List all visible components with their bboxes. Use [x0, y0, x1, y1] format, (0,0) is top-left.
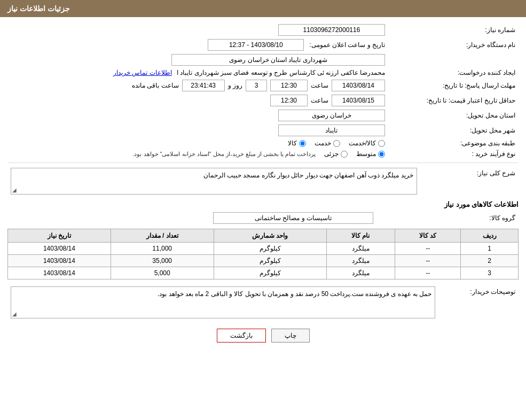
process-medium-radio[interactable]	[378, 151, 385, 158]
separator-1	[7, 162, 519, 163]
deadline-remaining-label: ساعت باقی مانده	[132, 82, 179, 89]
cell-0-2: میلگرد	[326, 243, 395, 255]
description-section: شرح کلی نیاز: خرید میلگرد ذوب آهن اصفهان…	[7, 166, 519, 196]
col-header-5: تاریخ نیاز	[8, 229, 111, 243]
cell-2-3: کیلوگرم	[214, 267, 326, 279]
goods-table: ردیفکد کالانام کالاواحد شمارشتعداد / مقد…	[7, 229, 519, 279]
cell-1-5: 1403/08/14	[8, 255, 111, 267]
creator-label: ایجاد کننده درخواست:	[388, 67, 519, 78]
process-medium-option[interactable]: متوسط	[356, 150, 385, 158]
buyer-notes-label: توصیحات خریدار:	[438, 285, 519, 320]
process-label: نوع فرآیند خرید :	[388, 149, 519, 159]
col-header-1: کد کالا	[395, 229, 460, 243]
city-value: تایباد	[278, 125, 385, 136]
goods-group-cell: تاسیسات و مصالح ساختمانی	[7, 211, 376, 225]
cell-1-2: میلگرد	[326, 255, 395, 267]
buyer-notes-resize-icon: ◢	[12, 311, 17, 317]
category-service-option[interactable]: خدمت	[315, 139, 340, 147]
cell-2-2: میلگرد	[326, 267, 395, 279]
table-row: 3--میلگردکیلوگرم5,0001403/08/14	[8, 267, 519, 279]
page-header: جزئیات اطلاعات نیاز	[0, 0, 526, 17]
print-button[interactable]: چاپ	[271, 329, 310, 343]
price-validity-time: 12:30	[270, 95, 308, 106]
deadline-date: 1403/08/14	[332, 80, 385, 91]
deadline-cell: 1403/08/14 ساعت 12:30 3 روز و 23:41:43 س…	[7, 78, 388, 93]
cell-1-0: 2	[461, 255, 519, 267]
col-header-3: واحد شمارش	[214, 229, 326, 243]
buyer-notes-section: توصیحات خریدار: حمل به عهده ی فروشنده ست…	[7, 285, 519, 320]
description-cell: خرید میلگرد ذوب آهن اصفهان جهت دیوار حائ…	[7, 166, 420, 196]
need-number-value: 1103096272000116	[278, 24, 385, 36]
category-label: طبقه بندی موضوعی:	[388, 138, 519, 149]
buyer-notes-value: حمل به عهده ی فروشنده ست.پرداخت 50 درصد …	[158, 290, 431, 298]
description-label: شرح کلی نیاز:	[420, 166, 519, 196]
category-goods-radio[interactable]	[299, 140, 306, 147]
city-cell: تایباد	[7, 123, 388, 138]
deadline-label: مهلت ارسال پاسخ: تا تاریخ:	[388, 78, 519, 93]
price-validity-date: 1403/08/15	[332, 95, 385, 106]
cell-2-0: 3	[461, 267, 519, 279]
need-number-cell: 1103096272000116	[7, 22, 388, 37]
cell-1-4: 35,000	[111, 255, 214, 267]
table-row: 2--میلگردکیلوگرم35,0001403/08/14	[8, 255, 519, 267]
main-content: شماره نیاز: 1103096272000116 نام دستگاه …	[0, 17, 526, 353]
back-button[interactable]: بازگشت	[217, 329, 266, 343]
deadline-time-label: ساعت	[311, 82, 328, 89]
cell-0-0: 1	[461, 243, 519, 255]
price-validity-cell: 1403/08/15 ساعت 12:30	[7, 93, 388, 108]
deadline-time: 12:30	[270, 80, 308, 91]
province-value: خراسان رضوی	[278, 110, 385, 121]
creator-value: محمدرضا عاکفی ارزنه ئی کارشناس طرح و توس…	[177, 69, 385, 76]
col-header-0: ردیف	[461, 229, 519, 243]
category-service-radio[interactable]	[333, 140, 340, 147]
creator-link[interactable]: اطلاعات تماس خریدار	[113, 69, 172, 76]
province-label: استان محل تحویل:	[388, 108, 519, 123]
process-partial-label: جزئی	[324, 150, 339, 158]
category-service-label: خدمت	[315, 139, 331, 147]
category-cell: کالا/خدمت خدمت کالا	[7, 138, 388, 149]
description-box: خرید میلگرد ذوب آهن اصفهان جهت دیوار حائ…	[11, 168, 417, 195]
cell-2-4: 5,000	[111, 267, 214, 279]
need-number-label: شماره نیاز:	[388, 22, 519, 37]
cell-0-5: 1403/08/14	[8, 243, 111, 255]
cell-0-3: کیلوگرم	[214, 243, 326, 255]
resize-icon: ◢	[12, 187, 17, 193]
buyer-notes-cell: حمل به عهده ی فروشنده ست.پرداخت 50 درصد …	[7, 285, 438, 320]
goods-group-label: گروه کالا:	[376, 211, 519, 225]
goods-group-section: گروه کالا: تاسیسات و مصالح ساختمانی	[7, 211, 519, 225]
date-value: 1403/08/10 - 12:37	[208, 39, 304, 51]
process-cell: متوسط جزئی پرداخت تمام یا بخشی از مبلغ خ…	[7, 149, 388, 159]
process-note: پرداخت تمام یا بخشی از مبلغ خرید،از محل …	[132, 151, 316, 158]
process-partial-radio[interactable]	[341, 151, 348, 158]
process-partial-option[interactable]: جزئی	[324, 150, 348, 158]
price-time-label: ساعت	[311, 97, 328, 104]
category-goods-service-option[interactable]: کالا/خدمت	[349, 139, 385, 147]
cell-0-1: --	[395, 243, 460, 255]
description-value: خرید میلگرد ذوب آهن اصفهان جهت دیوار حائ…	[203, 172, 413, 179]
cell-1-1: --	[395, 255, 460, 267]
cell-0-4: 11,000	[111, 243, 214, 255]
category-goods-service-radio[interactable]	[378, 140, 385, 147]
buyer-org-cell: تاریخ و ساعت اعلان عمومی: 1403/08/10 - 1…	[7, 37, 388, 52]
table-row: 1--میلگردکیلوگرم11,0001403/08/14	[8, 243, 519, 255]
goods-info-title: اطلاعات کالاهای مورد نیاز	[7, 200, 519, 208]
deadline-counter: 23:41:43	[182, 80, 225, 91]
button-row: چاپ بازگشت	[7, 329, 519, 343]
category-goods-option[interactable]: کالا	[288, 139, 306, 147]
province-cell: خراسان رضوی	[7, 108, 388, 123]
buyer-notes-box: حمل به عهده ی فروشنده ست.پرداخت 50 درصد …	[11, 286, 435, 318]
goods-group-value: تاسیسات و مصالح ساختمانی	[213, 212, 373, 224]
deadline-days: 3	[246, 80, 267, 91]
deadline-days-label: روز و	[228, 82, 242, 89]
category-goods-label: کالا	[288, 139, 297, 147]
page-title: جزئیات اطلاعات نیاز	[7, 4, 70, 13]
cell-2-5: 1403/08/14	[8, 267, 111, 279]
cell-2-1: --	[395, 267, 460, 279]
price-validity-label: حداقل تاریخ اعتبار قیمت: تا تاریخ:	[388, 93, 519, 108]
cell-1-3: کیلوگرم	[214, 255, 326, 267]
buyer-org-value: شهرداری تایباد استان خراسان رضوی	[171, 54, 385, 66]
category-goods-service-label: کالا/خدمت	[349, 139, 376, 147]
buyer-org-label: نام دستگاه خریدار:	[388, 37, 519, 52]
process-medium-label: متوسط	[356, 150, 376, 158]
col-header-4: تعداد / مقدار	[111, 229, 214, 243]
